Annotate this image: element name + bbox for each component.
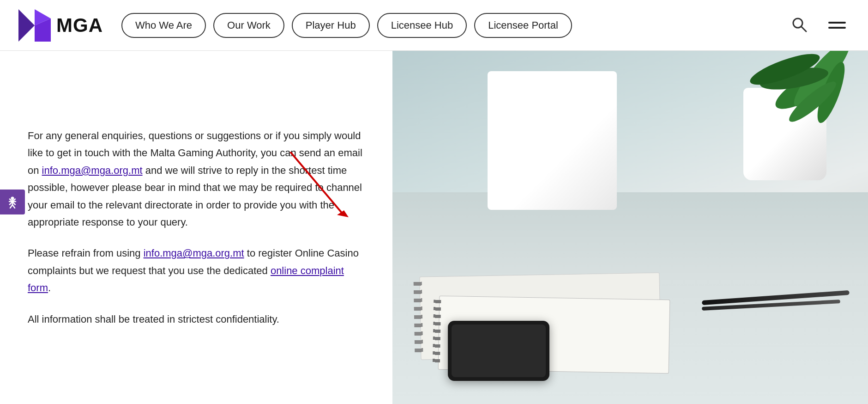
svg-line-9 <box>12 205 15 208</box>
email-link-2[interactable]: info.mga@mga.org.mt <box>144 247 244 259</box>
person-accessibility-icon <box>6 196 19 208</box>
hamburger-menu-button[interactable] <box>825 18 850 32</box>
paragraph-3: All information shall be treated in stri… <box>28 311 365 328</box>
spiral-front <box>433 300 441 365</box>
white-block <box>488 71 617 210</box>
hero-image <box>392 51 868 404</box>
contact-text-block: For any general enquiries, questions or … <box>28 127 365 328</box>
leaves-svg <box>716 51 854 143</box>
svg-marker-0 <box>18 9 35 42</box>
logo-link[interactable]: MGA <box>18 9 103 42</box>
svg-point-5 <box>11 197 14 200</box>
phone-device <box>448 321 549 381</box>
header-actions <box>788 13 850 37</box>
content-area: For any general enquiries, questions or … <box>0 51 392 404</box>
spiral-back <box>414 282 423 355</box>
nav-who-we-are[interactable]: Who We Are <box>121 13 206 38</box>
nav-licensee-hub[interactable]: Licensee Hub <box>377 13 467 38</box>
phone-screen <box>452 324 546 377</box>
header: MGA Who We Are Our Work Player Hub Licen… <box>0 0 868 51</box>
paragraph-1: For any general enquiries, questions or … <box>28 127 365 231</box>
email-link-1[interactable]: info.mga@mga.org.mt <box>42 165 143 176</box>
svg-line-4 <box>802 27 806 31</box>
plant-decoration <box>716 51 854 180</box>
search-icon <box>791 17 807 32</box>
logo-text: MGA <box>56 14 103 37</box>
hamburger-line-2 <box>828 27 846 29</box>
nav-licensee-portal[interactable]: Licensee Portal <box>474 13 572 38</box>
para3-text: All information shall be treated in stri… <box>28 313 279 325</box>
image-background <box>392 51 868 404</box>
main-content: For any general enquiries, questions or … <box>0 51 868 404</box>
mga-logo-icon <box>18 9 51 42</box>
search-button[interactable] <box>788 13 811 37</box>
nav-player-hub[interactable]: Player Hub <box>292 13 370 38</box>
hamburger-line-1 <box>828 22 846 24</box>
para2-end: . <box>48 282 51 294</box>
paragraph-2: Please refrain from using info.mga@mga.o… <box>28 245 365 296</box>
main-nav: Who We Are Our Work Player Hub Licensee … <box>121 13 788 38</box>
nav-our-work[interactable]: Our Work <box>213 13 284 38</box>
accessibility-button[interactable]: ✕ <box>0 190 25 214</box>
para2-before-link: Please refrain from using <box>28 247 144 259</box>
